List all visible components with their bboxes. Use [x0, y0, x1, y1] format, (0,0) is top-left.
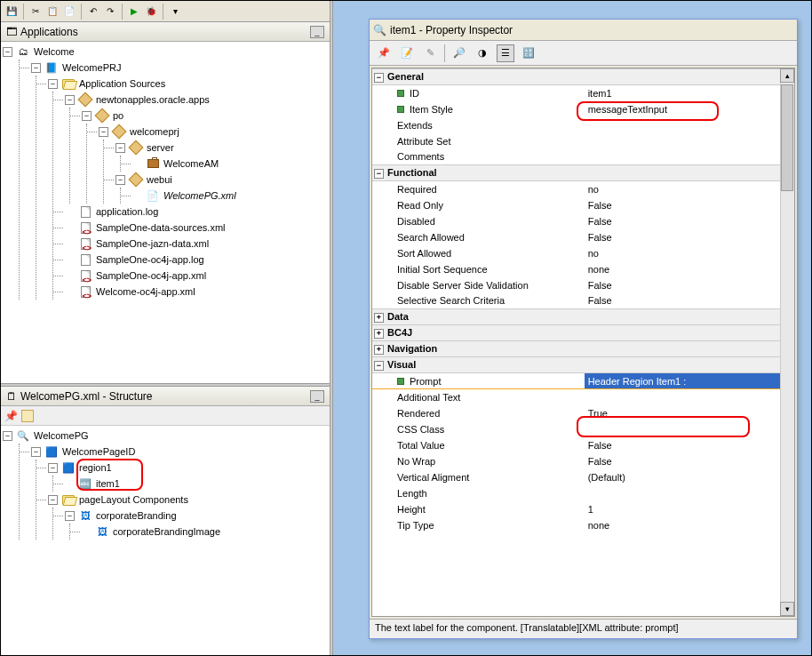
prop-value[interactable]: item1 — [585, 85, 780, 101]
tree-node[interactable]: SampleOne-oc4j-app.log — [94, 252, 206, 268]
prop-value[interactable] — [585, 117, 780, 133]
tree-node[interactable]: WelcomePageID — [60, 444, 137, 460]
prop-value[interactable]: none — [585, 261, 780, 277]
categorized-icon[interactable]: ☰ — [497, 44, 514, 62]
copy-icon[interactable]: 📋 — [45, 4, 60, 19]
tree-node[interactable]: SampleOne-jazn-data.xml — [94, 236, 211, 252]
applications-title: Applications — [20, 26, 306, 38]
applications-tree[interactable]: −🗂Welcome −📘WelcomePRJ −Application Sour… — [1, 42, 330, 383]
package-icon — [78, 93, 92, 106]
collapse-toggle[interactable]: − — [374, 361, 384, 371]
prop-key: Tip Type — [397, 520, 434, 531]
expand-toggle[interactable]: − — [3, 47, 12, 57]
prop-value[interactable]: (Default) — [585, 469, 780, 485]
region-icon: 🟦 — [61, 461, 76, 474]
tree-node[interactable]: WelcomePRJ — [60, 60, 123, 76]
tree-node[interactable]: pageLayout Components — [77, 492, 190, 508]
undo-icon[interactable]: ↶ — [86, 4, 100, 19]
paste-icon[interactable]: 📄 — [62, 4, 76, 19]
tree-node[interactable]: SampleOne-data-sources.xml — [94, 220, 227, 236]
category-bc4j[interactable]: BC4J — [387, 327, 412, 338]
pencil-icon[interactable]: ✎ — [421, 44, 439, 62]
project-icon: 📘 — [44, 61, 59, 74]
union-icon[interactable]: ◑ — [474, 44, 491, 62]
tree-node[interactable]: webui — [145, 172, 174, 188]
xml-page-icon: 📄 — [146, 189, 160, 202]
prop-key: Additional Text — [397, 392, 460, 403]
tree-node-item1[interactable]: item1 — [94, 476, 122, 492]
debug-icon[interactable]: 🐞 — [144, 4, 158, 19]
prop-value[interactable]: False — [585, 229, 780, 245]
structure-tree[interactable]: −🔍WelcomePG −🟦WelcomePageID −🟦region1 🔤i… — [1, 426, 330, 655]
prop-key: CSS Class — [397, 424, 444, 435]
category-navigation[interactable]: Navigation — [387, 343, 437, 354]
prop-value[interactable]: False — [585, 293, 780, 309]
prop-value[interactable]: False — [585, 453, 780, 469]
tree-node[interactable]: newtonapples.oracle.apps — [94, 92, 211, 108]
pin-icon[interactable]: 📌 — [4, 410, 18, 422]
edit-icon[interactable]: 📝 — [398, 44, 416, 62]
tree-node-region1[interactable]: region1 — [77, 460, 114, 476]
prop-value-prompt[interactable]: Header Region Item1 : — [585, 373, 780, 389]
prop-value[interactable]: no — [585, 181, 780, 197]
tree-node[interactable]: welcomeprj — [128, 124, 181, 140]
collapse-toggle[interactable]: − — [374, 73, 384, 83]
prop-value[interactable] — [585, 389, 780, 405]
category-visual[interactable]: Visual — [387, 359, 416, 370]
new-doc-icon[interactable] — [21, 410, 34, 422]
expand-toggle[interactable]: + — [374, 329, 384, 339]
package-icon — [129, 141, 143, 154]
tree-node[interactable]: SampleOne-oc4j-app.xml — [94, 268, 208, 284]
prop-value[interactable]: False — [585, 197, 780, 213]
minimize-button[interactable]: _ — [310, 390, 324, 403]
tree-node[interactable]: Welcome — [32, 44, 76, 60]
prop-value[interactable] — [585, 421, 780, 437]
tree-node[interactable]: corporateBrandingImage — [111, 524, 222, 540]
main-toolbar[interactable]: 💾 ✂ 📋 📄 ↶ ↷ ▶ 🐞 ▾ — [1, 1, 330, 22]
prop-value[interactable] — [585, 149, 780, 165]
tree-node[interactable]: Welcome-oc4j-app.xml — [94, 284, 197, 300]
alpha-sort-icon[interactable]: 🔠 — [520, 44, 537, 62]
prop-value[interactable]: False — [585, 213, 780, 229]
tree-node[interactable]: WelcomeAM — [162, 156, 220, 172]
expand-toggle[interactable]: + — [374, 345, 384, 355]
prop-value[interactable] — [585, 485, 780, 501]
package-icon — [95, 109, 109, 122]
package-icon — [129, 173, 143, 186]
tree-node[interactable]: server — [145, 140, 176, 156]
prop-value[interactable] — [585, 133, 780, 149]
scrollbar[interactable]: ▴ ▾ — [780, 68, 794, 616]
prop-value[interactable]: 1 — [585, 501, 780, 517]
scroll-down-icon[interactable]: ▾ — [780, 602, 794, 616]
dropdown-icon[interactable]: ▾ — [168, 4, 182, 19]
save-icon[interactable]: 💾 — [4, 4, 19, 19]
category-general[interactable]: General — [387, 71, 424, 82]
prop-value-item-style[interactable]: messageTextInput — [585, 101, 780, 117]
tree-node[interactable]: corporateBranding — [94, 508, 179, 524]
category-functional[interactable]: Functional — [387, 167, 437, 178]
tree-node[interactable]: application.log — [94, 204, 160, 220]
scroll-up-icon[interactable]: ▴ — [780, 68, 794, 83]
tree-node[interactable]: Application Sources — [77, 76, 167, 92]
redo-icon[interactable]: ↷ — [103, 4, 117, 19]
category-data[interactable]: Data — [387, 311, 409, 322]
cut-icon[interactable]: ✂ — [28, 4, 43, 19]
find-icon[interactable]: 🔎 — [450, 44, 468, 62]
expand-toggle[interactable]: + — [374, 313, 384, 323]
scroll-thumb[interactable] — [781, 84, 793, 191]
prop-key: Selective Search Criteria — [397, 295, 505, 306]
prop-value[interactable]: True — [585, 405, 780, 421]
tree-node[interactable]: WelcomePG — [32, 428, 91, 444]
property-grid[interactable]: −General IDitem1 Item StylemessageTextIn… — [371, 68, 795, 617]
prop-value[interactable]: no — [585, 245, 780, 261]
tree-node[interactable]: po — [111, 108, 125, 124]
minimize-button[interactable]: _ — [310, 26, 324, 38]
pin-icon[interactable]: 📌 — [375, 44, 393, 62]
region-icon: 🟦 — [44, 445, 59, 458]
prop-value[interactable]: False — [585, 437, 780, 453]
prop-value[interactable]: False — [585, 277, 780, 293]
tree-node-welcomepg[interactable]: WelcomePG.xml — [162, 188, 238, 204]
run-icon[interactable]: ▶ — [127, 4, 141, 19]
prop-value[interactable]: none — [585, 517, 780, 533]
collapse-toggle[interactable]: − — [374, 169, 384, 179]
